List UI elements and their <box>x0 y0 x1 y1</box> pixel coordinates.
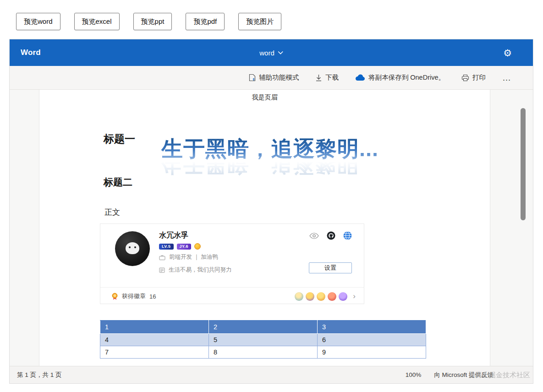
jy-badge: JY.6 <box>177 244 192 250</box>
profile-level-badges: LV.5 JY.6 <box>159 243 201 250</box>
profile-settings-button[interactable]: 设置 <box>309 262 352 273</box>
document-area: 我是页眉 标题一 生于黑暗，追逐黎明... 生于黑暗，追逐黎明... 标题二 正… <box>10 90 533 366</box>
save-to-onedrive-button[interactable]: 将副本保存到 OneDrive。 <box>355 73 445 82</box>
body-text: 正文 <box>104 207 120 218</box>
page-header-text: 我是页眉 <box>39 93 490 102</box>
table-row: 7 8 9 <box>100 346 426 359</box>
profile-motto-text: 生活不易，我们共同努力 <box>169 266 232 274</box>
card-divider <box>100 287 364 288</box>
level-badge: LV.5 <box>159 244 174 250</box>
table-cell: 5 <box>209 334 318 346</box>
globe-icon[interactable] <box>343 231 352 240</box>
vertical-scrollbar-thumb[interactable] <box>521 108 526 220</box>
table-cell: 3 <box>318 321 426 334</box>
document-switcher-label: word <box>259 49 274 57</box>
badge-icon <box>317 292 325 301</box>
badges-label-group: 获得徽章 16 <box>111 292 156 300</box>
table-cell: 4 <box>100 334 209 346</box>
badge-icon <box>339 292 347 301</box>
heading-two: 标题二 <box>104 176 132 189</box>
badge-icons-list[interactable]: › <box>295 292 356 301</box>
word-viewer: Word word ⚙ 辅助功能模式 下载 将副本保存到 OneDrive。 <box>9 39 533 384</box>
page-count-info: 第 1 页，共 1 页 <box>17 371 62 379</box>
settings-gear-icon[interactable]: ⚙ <box>503 48 512 58</box>
accessibility-doc-icon <box>249 74 256 82</box>
document-table: 1 2 3 4 5 6 7 8 9 <box>100 320 426 359</box>
print-label: 打印 <box>472 73 486 82</box>
medal-icon <box>194 243 201 250</box>
accessibility-mode-label: 辅助功能模式 <box>259 73 299 82</box>
preview-word-button[interactable]: 预览word <box>16 13 60 30</box>
app-title: Word <box>21 48 41 57</box>
table-cell: 9 <box>318 346 426 359</box>
profile-motto-row: 生活不易，我们共同努力 <box>159 266 232 274</box>
heading-one: 标题一 <box>104 132 135 146</box>
feedback-link[interactable]: 向 Microsoft 提供反馈 <box>434 371 494 379</box>
avatar <box>115 231 150 266</box>
badges-label: 获得徽章 <box>122 292 146 300</box>
table-cell: 6 <box>318 334 426 346</box>
table-cell: 1 <box>100 321 209 334</box>
preview-excel-button[interactable]: 预览excel <box>74 13 120 30</box>
document-page: 我是页眉 标题一 生于黑暗，追逐黎明... 生于黑暗，追逐黎明... 标题二 正… <box>39 90 490 366</box>
viewer-header: Word word ⚙ <box>10 39 533 66</box>
onedrive-cloud-icon <box>355 74 365 81</box>
download-button[interactable]: 下载 <box>315 73 339 82</box>
badge-icon <box>295 292 303 301</box>
preview-buttons-bar: 预览word 预览excel 预览ppt 预览pdf 预览图片 <box>0 0 543 30</box>
profile-link-icons <box>309 231 352 240</box>
profile-name: 水冗水孚 <box>159 231 188 240</box>
more-options-button[interactable]: … <box>502 73 512 83</box>
print-button[interactable]: 打印 <box>461 73 486 82</box>
document-switcher[interactable]: word <box>259 49 283 57</box>
briefcase-icon <box>159 255 165 260</box>
status-bar: 第 1 页，共 1 页 100% 向 Microsoft 提供反馈 ©稀土掘金技… <box>10 366 533 383</box>
github-icon[interactable] <box>327 231 335 240</box>
statusbar-right-group: 100% 向 Microsoft 提供反馈 <box>406 371 494 379</box>
save-to-onedrive-label: 将副本保存到 OneDrive。 <box>368 73 445 82</box>
preview-pdf-button[interactable]: 预览pdf <box>186 13 225 30</box>
table-cell: 8 <box>209 346 318 359</box>
badges-count: 16 <box>149 293 156 300</box>
eye-icon[interactable] <box>309 233 319 239</box>
table-row: 4 5 6 <box>100 334 426 346</box>
profile-job-row: 前端开发 ｜ 加油鸭 <box>159 253 218 261</box>
memo-icon <box>159 267 165 273</box>
wordart-reflection: 生于黑暗，追逐黎明... <box>161 153 464 176</box>
table-cell: 7 <box>100 346 209 359</box>
zoom-level[interactable]: 100% <box>406 371 422 378</box>
preview-image-button[interactable]: 预览图片 <box>238 13 281 30</box>
table-row: 1 2 3 <box>100 321 426 334</box>
avatar-face-icon <box>126 242 139 254</box>
profile-job-text: 前端开发 ｜ 加油鸭 <box>169 253 218 261</box>
accessibility-mode-button[interactable]: 辅助功能模式 <box>249 73 299 82</box>
badge-icon <box>328 292 336 301</box>
table-cell: 2 <box>209 321 318 334</box>
chevron-right-icon: › <box>353 292 356 301</box>
badge-icon <box>306 292 314 301</box>
badges-row: 获得徽章 16 › <box>111 290 356 303</box>
print-icon <box>461 74 469 82</box>
wordart-banner: 生于黑暗，追逐黎明... 生于黑暗，追逐黎明... <box>161 137 464 176</box>
viewer-toolbar: 辅助功能模式 下载 将副本保存到 OneDrive。 打印 … <box>10 66 533 90</box>
preview-ppt-button[interactable]: 预览ppt <box>133 13 172 30</box>
trophy-icon <box>111 293 118 300</box>
download-label: 下载 <box>325 73 339 82</box>
download-icon <box>315 74 322 82</box>
profile-card: 水冗水孚 LV.5 JY.6 前端开发 ｜ 加油鸭 生活不易，我 <box>100 223 364 304</box>
chevron-down-icon <box>278 51 283 54</box>
